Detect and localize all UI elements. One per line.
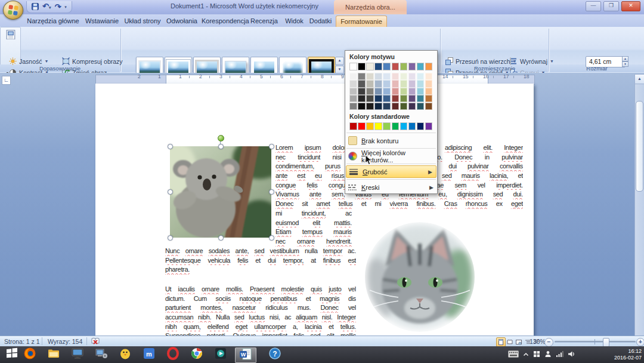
- theme-color-variant-swatch[interactable]: [366, 80, 374, 87]
- view-button-print-layout[interactable]: [496, 337, 506, 347]
- theme-color-variant-swatch[interactable]: [366, 73, 374, 80]
- ribbon-button-przesuń-na-wierzch[interactable]: Przesuń na wierzch▼: [444, 56, 519, 66]
- theme-color-variant-swatch[interactable]: [400, 103, 408, 110]
- save-icon[interactable]: [32, 2, 39, 13]
- theme-color-variant-swatch[interactable]: [383, 88, 391, 95]
- theme-color-variant-swatch[interactable]: [408, 88, 416, 95]
- tab-narzędzia-główne[interactable]: Narzędzia główne: [26, 16, 80, 27]
- theme-color-variant-swatch[interactable]: [417, 73, 425, 80]
- theme-color-swatch[interactable]: [425, 63, 433, 70]
- text-line[interactable]: Donec sit amet tellus et mi viverra fini…: [275, 199, 523, 209]
- qat-customize-icon[interactable]: ▾: [64, 5, 67, 10]
- tab-odwołania[interactable]: Odwołania: [165, 16, 199, 27]
- view-button-web-layout[interactable]: [514, 337, 524, 347]
- view-button-fullscreen-reading[interactable]: [505, 337, 515, 347]
- gallery-up-icon[interactable]: ▲: [335, 57, 344, 65]
- standard-color-swatch[interactable]: [392, 122, 400, 130]
- menu-item-kreski[interactable]: Kreski▶: [345, 181, 437, 193]
- theme-color-variant-swatch[interactable]: [400, 80, 408, 87]
- tab-dodatki[interactable]: Dodatki: [308, 16, 333, 27]
- word-count[interactable]: Wyrazy: 154: [48, 337, 82, 346]
- theme-color-variant-swatch[interactable]: [408, 103, 416, 110]
- koala-picture[interactable]: [170, 146, 271, 238]
- resize-handle-w[interactable]: [168, 189, 173, 195]
- resize-handle-n[interactable]: [218, 144, 224, 149]
- theme-color-variant-swatch[interactable]: [392, 88, 400, 95]
- theme-color-swatch[interactable]: [383, 63, 391, 70]
- tray-network-icon[interactable]: [556, 349, 564, 360]
- resize-handle-ne[interactable]: [269, 144, 274, 149]
- theme-color-variant-swatch[interactable]: [417, 80, 425, 87]
- theme-color-variant-swatch[interactable]: [408, 73, 416, 80]
- tab-widok[interactable]: Widok: [283, 16, 305, 27]
- standard-color-swatch[interactable]: [349, 122, 357, 130]
- theme-color-variant-swatch[interactable]: [400, 73, 408, 80]
- taskbar-icon-help[interactable]: ?: [265, 347, 285, 362]
- standard-color-swatch[interactable]: [400, 122, 408, 130]
- taskbar-icon-opera[interactable]: [163, 347, 183, 362]
- height-spinner[interactable]: ▲▼: [622, 56, 628, 66]
- zoom-slider-thumb[interactable]: [603, 338, 609, 347]
- theme-color-variant-swatch[interactable]: [358, 80, 366, 87]
- taskbar-icon-mascot[interactable]: [115, 347, 135, 362]
- taskbar-icon-chrome[interactable]: [187, 347, 207, 362]
- tray-keyboard-icon[interactable]: [508, 349, 519, 360]
- theme-color-variant-swatch[interactable]: [417, 88, 425, 95]
- text-line[interactable]: Pellentesque vehicula felis et dui tempo…: [165, 256, 356, 266]
- zoom-level[interactable]: 130%: [530, 337, 546, 346]
- cat-picture[interactable]: [363, 220, 477, 334]
- tray-expand-arrow-icon[interactable]: [523, 349, 529, 360]
- text-line[interactable]: euismod elit mattis.: [275, 219, 352, 228]
- text-line[interactable]: nibh quam, eleifend eget ullamcorper a, …: [165, 322, 356, 332]
- theme-color-variant-swatch[interactable]: [425, 103, 433, 110]
- theme-color-variant-swatch[interactable]: [392, 103, 400, 110]
- tab-wstawianie[interactable]: Wstawianie: [83, 16, 120, 27]
- menu-item-grubość[interactable]: Grubość▶: [346, 165, 436, 178]
- theme-color-variant-swatch[interactable]: [349, 80, 357, 87]
- theme-color-variant-swatch[interactable]: [392, 95, 400, 102]
- theme-color-variant-swatch[interactable]: [392, 80, 400, 87]
- resize-handle-nw[interactable]: [168, 144, 173, 149]
- theme-color-variant-swatch[interactable]: [425, 95, 433, 102]
- theme-color-variant-swatch[interactable]: [374, 95, 382, 102]
- height-field[interactable]: 4,61 cm: [586, 56, 626, 67]
- taskbar-icon-recorder[interactable]: [210, 347, 231, 362]
- theme-color-variant-swatch[interactable]: [349, 95, 357, 102]
- scroll-up-icon[interactable]: ▲: [634, 74, 644, 84]
- theme-color-variant-swatch[interactable]: [349, 103, 357, 110]
- tab-recenzja[interactable]: Recenzja: [249, 16, 280, 27]
- document-page[interactable]: Lorem ipsum dolor sit amet, consectetur …: [95, 84, 534, 336]
- resize-handle-e[interactable]: [269, 189, 274, 195]
- ribbon-button-wyrównaj[interactable]: Wyrównaj▼: [508, 56, 556, 66]
- theme-color-variant-swatch[interactable]: [400, 95, 408, 102]
- text-line[interactable]: nec ornare hendrerit.: [275, 237, 352, 247]
- theme-color-swatch[interactable]: [408, 63, 416, 70]
- menu-item-więcej-kolorów-konturów-[interactable]: Więcej kolorów konturów...: [345, 150, 437, 162]
- taskbar-icon-word[interactable]: W: [235, 347, 256, 363]
- theme-color-variant-swatch[interactable]: [374, 88, 382, 95]
- standard-color-swatch[interactable]: [358, 122, 366, 130]
- restore-button[interactable]: ❐: [603, 1, 619, 11]
- theme-color-variant-swatch[interactable]: [425, 88, 433, 95]
- theme-color-variant-swatch[interactable]: [383, 95, 391, 102]
- paragraph-1-narrow[interactable]: mi tincidunt, aceuismod elit mattis.Etia…: [275, 209, 352, 247]
- standard-color-swatch[interactable]: [408, 122, 416, 130]
- text-line[interactable]: Etiam tempus mauris: [275, 227, 352, 237]
- text-line[interactable]: accumsan nibh. Nulla sed luctus nisi, ac…: [165, 313, 356, 322]
- minimize-button[interactable]: —: [586, 1, 601, 11]
- theme-color-variant-swatch[interactable]: [383, 73, 391, 80]
- taskbar-icon-maxthon[interactable]: m: [139, 347, 159, 362]
- theme-color-swatch[interactable]: [417, 63, 425, 70]
- tab-formatowanie[interactable]: Formatowanie: [336, 16, 387, 27]
- zoom-in-icon[interactable]: +: [636, 338, 644, 346]
- standard-color-swatch[interactable]: [417, 122, 425, 130]
- theme-color-swatch[interactable]: [374, 63, 382, 70]
- redo-icon[interactable]: ↷: [54, 4, 61, 11]
- zoom-slider[interactable]: [555, 341, 636, 343]
- standard-color-swatch[interactable]: [383, 122, 391, 130]
- text-line[interactable]: Ut iaculis ornare mollis. Praesent moles…: [165, 285, 356, 294]
- taskbar-icon-start[interactable]: [2, 347, 22, 362]
- theme-color-variant-swatch[interactable]: [349, 73, 357, 80]
- theme-color-swatch[interactable]: [366, 63, 374, 70]
- close-button[interactable]: ✕: [621, 1, 640, 11]
